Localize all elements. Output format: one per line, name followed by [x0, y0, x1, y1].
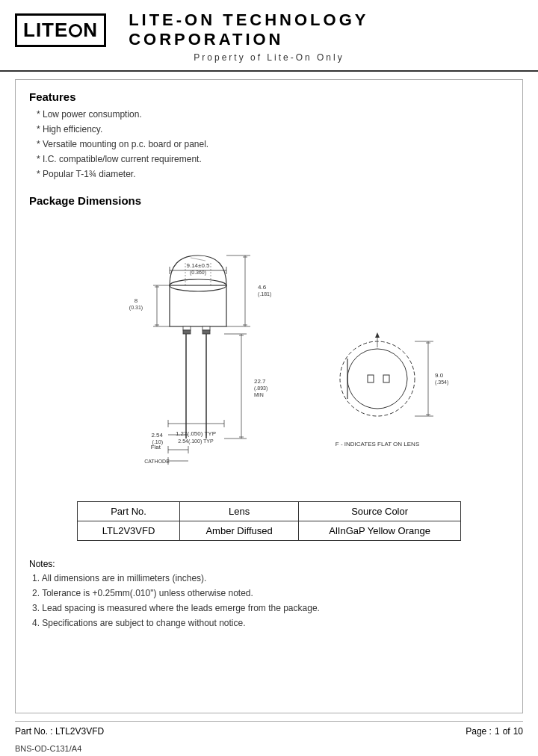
feature-item: Popular T-1¾ diameter.: [37, 167, 509, 181]
page-label: Page :: [466, 726, 492, 737]
col-part-no: Part No.: [78, 502, 180, 521]
total-pages: 10: [513, 726, 523, 737]
logo-lite: LITE: [23, 19, 68, 42]
svg-text:9.0: 9.0: [435, 372, 444, 379]
feature-item: Low power consumption.: [37, 108, 509, 121]
svg-text:(.354): (.354): [435, 379, 448, 385]
svg-text:Flat: Flat: [151, 444, 161, 450]
company-name: LITE-ON TECHNOLOGY CORPORATION: [129, 10, 523, 49]
svg-rect-24: [183, 326, 191, 330]
note-item: 4. Specifications are subject to change …: [32, 616, 509, 630]
property-line: Property of Lite-On Only: [15, 52, 523, 66]
footer: Part No. : LTL2V3VFD Page : 1 of 10: [15, 721, 523, 741]
svg-text:2.54(.100) TYP: 2.54(.100) TYP: [178, 439, 214, 444]
svg-text:(.181): (.181): [258, 291, 271, 297]
svg-text:CATHODE: CATHODE: [144, 459, 170, 464]
svg-text:(.893): (.893): [254, 385, 268, 391]
features-title: Features: [29, 90, 509, 103]
notes-title: Notes:: [29, 559, 509, 569]
cell-part-no: LTL2V3VFD: [78, 521, 180, 541]
feature-item: High efficiency.: [37, 123, 509, 136]
svg-text:F - INDICATES FLAT ON LENS: F - INDICATES FLAT ON LENS: [336, 441, 419, 447]
logo-n: N: [83, 19, 98, 42]
pkg-title: Package Dimensions: [29, 194, 509, 207]
main-content: Features Low power consumption. High eff…: [0, 72, 538, 721]
bottom-bar: BNS-OD-C131/A4: [0, 741, 538, 756]
cell-lens: Amber Diffused: [179, 521, 299, 541]
features-list: Low power consumption. High efficiency. …: [37, 108, 509, 182]
footer-page: Page : 1 of 10: [466, 726, 523, 737]
table-header-row: Part No. Lens Source Color: [78, 502, 461, 521]
bottom-bar-text: BNS-OD-C131/A4: [15, 744, 81, 753]
logo: LITEN: [15, 13, 106, 47]
svg-text:9.14±0.5: 9.14±0.5: [186, 262, 210, 269]
svg-rect-56: [383, 375, 389, 382]
part-table: Part No. Lens Source Color LTL2V3VFD Amb…: [77, 501, 461, 541]
feature-item: Versatile mounting on p.c. board or pane…: [37, 137, 509, 151]
svg-text:MIN: MIN: [254, 392, 264, 397]
logo-circle-icon: [69, 24, 82, 37]
diagram-area: 9.14±0.5 (0.360) 8: [29, 214, 509, 491]
of-label: of: [503, 726, 510, 737]
notes-section: Notes: 1. All dimensions are in millimet…: [29, 559, 509, 631]
svg-line-8: [191, 258, 205, 261]
svg-text:22.7: 22.7: [254, 378, 266, 385]
feature-item: I.C. compatible/low current requirement.: [37, 152, 509, 166]
header: LITEN LITE-ON TECHNOLOGY CORPORATION Pro…: [0, 0, 538, 72]
svg-rect-27: [202, 326, 210, 330]
cell-source-color: AlInGaP Yellow Orange: [299, 521, 460, 541]
page-num: 1: [495, 726, 500, 737]
page-wrapper: LITEN LITE-ON TECHNOLOGY CORPORATION Pro…: [0, 0, 538, 756]
col-source-color: Source Color: [299, 502, 460, 521]
svg-text:(0.360): (0.360): [190, 270, 206, 276]
table-row: LTL2V3VFD Amber Diffused AlInGaP Yellow …: [78, 521, 461, 541]
svg-text:4.6: 4.6: [258, 284, 267, 291]
svg-rect-28: [202, 330, 210, 334]
svg-point-54: [347, 349, 407, 409]
content-border: Features Low power consumption. High eff…: [15, 79, 523, 713]
svg-text:(0.31): (0.31): [129, 305, 143, 311]
svg-text:1.27(.050) TYP: 1.27(.050) TYP: [176, 430, 216, 437]
svg-point-53: [340, 341, 415, 416]
footer-part-number: Part No. : LTL2V3VFD: [15, 726, 104, 737]
note-item: 1. All dimensions are in millimeters (in…: [32, 571, 509, 585]
svg-rect-25: [183, 330, 191, 334]
led-diagram: 9.14±0.5 (0.360) 8: [52, 214, 486, 491]
note-item: 3. Lead spacing is measured where the le…: [32, 601, 509, 615]
svg-marker-67: [375, 332, 380, 338]
svg-rect-55: [368, 375, 374, 382]
notes-list: 1. All dimensions are in millimeters (in…: [32, 571, 509, 630]
svg-text:8: 8: [134, 297, 138, 304]
note-item: 2. Tolerance is +0.25mm(.010") unless ot…: [32, 586, 509, 600]
header-top: LITEN LITE-ON TECHNOLOGY CORPORATION: [15, 10, 523, 49]
svg-text:2.54: 2.54: [151, 432, 163, 439]
col-lens: Lens: [179, 502, 299, 521]
